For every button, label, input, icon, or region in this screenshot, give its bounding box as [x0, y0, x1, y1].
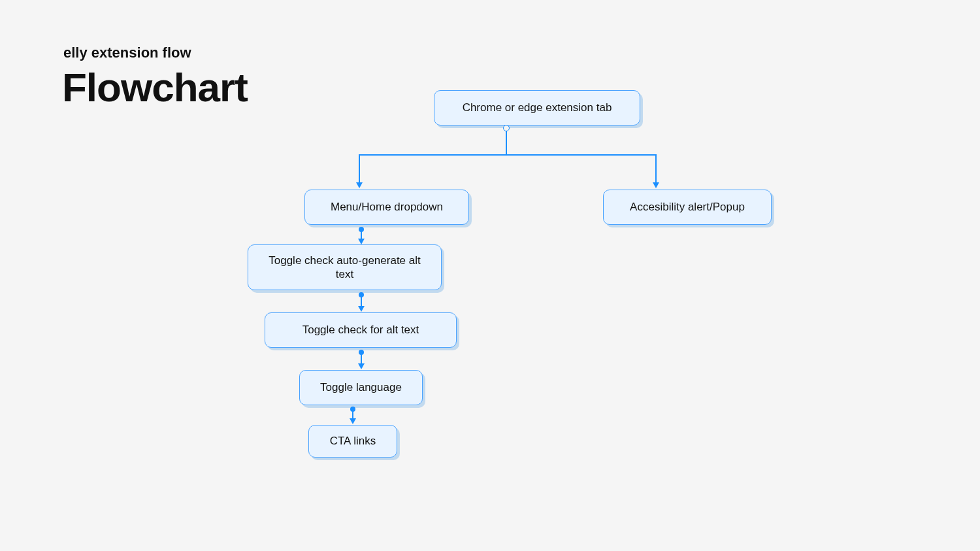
node-cta-label: CTA links [330, 434, 376, 448]
node-cta: CTA links [308, 425, 397, 458]
arrow-icon [350, 418, 356, 424]
arrow-icon [356, 182, 363, 188]
page-title: Flowchart [62, 64, 248, 110]
connector-line [359, 154, 656, 156]
arrow-icon [358, 239, 365, 244]
node-alert: Accesibility alert/Popup [603, 190, 772, 225]
node-root: Chrome or edge extension tab [434, 90, 640, 125]
connector-line [359, 154, 360, 184]
page-subtitle: elly extension flow [63, 44, 191, 61]
node-toggle-lang: Toggle language [299, 370, 423, 405]
arrow-icon [358, 363, 365, 369]
node-toggle-auto-label: Toggle check auto-generate alt text [260, 254, 429, 282]
connector-line [655, 154, 657, 184]
arrow-icon [653, 182, 659, 188]
node-root-label: Chrome or edge extension tab [463, 101, 612, 114]
arrow-icon [358, 306, 365, 312]
connector-line [506, 131, 507, 155]
node-toggle-auto: Toggle check auto-generate alt text [248, 244, 442, 290]
node-toggle-lang-label: Toggle language [320, 380, 402, 394]
node-alert-label: Accesibility alert/Popup [630, 200, 745, 214]
node-toggle-alt-label: Toggle check for alt text [302, 323, 419, 337]
node-menu-label: Menu/Home dropdown [331, 200, 443, 214]
node-toggle-alt: Toggle check for alt text [265, 312, 457, 348]
node-menu: Menu/Home dropdown [304, 190, 469, 225]
